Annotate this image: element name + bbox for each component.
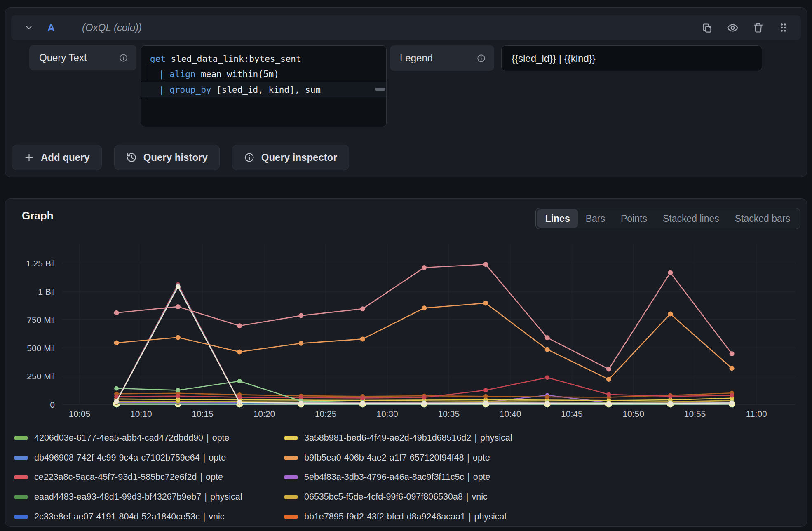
separator: | [464,453,473,463]
chart-point-crimson-bump [483,388,488,392]
chart-point-cream-spike [422,401,427,406]
series-label: ce223a8c-5aca-45f7-93d1-585bc72e6f2d|opt… [34,472,223,482]
separator: | [463,492,472,502]
separator: | [200,453,209,463]
chart-point-crimson-bump [176,394,180,398]
query-history-button[interactable]: Query history [114,145,220,170]
query-text-label: Query Text [29,45,136,70]
series-color-swatch [14,475,28,479]
drag-handle-icon[interactable] [778,22,789,33]
chart-point-light-green-bump [237,379,242,383]
series-label: 4206d03e-6177-4ea5-abb4-cad472dbdd90|opt… [34,433,230,443]
series-color-swatch [14,456,28,460]
copy-icon[interactable] [702,22,713,33]
x-axis-label: 11:00 [746,409,767,418]
chart-legend: 4206d03e-6177-4ea5-abb4-cad472dbdd90|opt… [14,428,512,526]
query-title: (OxQL (colo)) [82,22,142,33]
query-letter: A [47,22,55,34]
chart-point-orange-high [298,341,303,346]
trash-icon[interactable] [753,22,764,33]
info-icon[interactable] [476,54,486,63]
series-color-swatch [284,495,298,499]
legend-template-input[interactable]: {{sled_id}} | {{kind}} [501,45,762,71]
separator: | [201,492,210,502]
chart-point-cream-spike [545,401,550,406]
chart-point-crimson-bump [422,395,427,399]
series-color-swatch [14,495,28,499]
editor-scrollbar-thumb[interactable] [375,88,385,91]
chart-point-rose-high [483,262,488,267]
x-axis-label: 10:35 [438,409,460,418]
chart-series-line-rose-high [117,264,732,369]
chart-point-cream-spike [668,401,673,406]
series-label: 5eb4f83a-3db3-4796-a46a-8ac9f3f11c5c|opt… [304,472,490,482]
x-axis-label: 10:25 [315,409,337,418]
chart-point-orange-high [237,349,242,354]
chart-point-cream-spike [237,400,242,405]
chart-point-crimson-bump [668,394,673,399]
y-axis-label: 250 Mil [27,371,55,381]
x-axis-label: 10:05 [69,409,91,418]
oxql-code-editor[interactable]: get sled_data_link:bytes_sent | align me… [141,45,387,127]
info-icon[interactable] [119,53,128,63]
chart-point-light-green-bump [114,386,119,391]
info-icon [244,152,255,163]
legend-label: Legend [390,45,494,71]
chart-point-orange-high [668,311,673,316]
chart-point-rose-high [360,306,365,311]
legend-item[interactable]: 06535bc5-f5de-4cfd-99f6-097f806530a8|vni… [284,487,512,507]
legend-item[interactable]: ce223a8c-5aca-45f7-93d1-585bc72e6f2d|opt… [14,468,284,487]
x-axis-label: 10:10 [130,409,152,418]
series-color-swatch [284,436,298,440]
series-color-swatch [284,515,298,519]
eye-icon[interactable] [727,22,739,34]
query-header-bar[interactable]: A (OxQL (colo)) [11,15,801,40]
chart-point-crimson-bump [545,375,549,380]
code-line-2[interactable]: | align mean_within(5m) [141,67,386,82]
chart-canvas: 10:0510:1010:1510:2010:2510:3010:3510:40… [5,199,807,428]
chart-point-rose-high [545,335,550,340]
legend-item[interactable]: 3a58b981-bed6-4f49-ae2d-49b1d68516d2|phy… [284,428,512,448]
chart-point-orange-high [606,377,611,382]
separator: | [464,472,473,482]
series-color-swatch [14,436,28,440]
series-color-swatch [284,475,298,479]
legend-item[interactable]: b9fb5ea0-406b-4ae2-a1f7-657120f94f48|opt… [284,448,512,468]
y-axis-label: 750 Mil [27,315,55,324]
y-axis-label: 0 [50,400,55,409]
separator: | [197,472,206,482]
legend-item[interactable]: eaad4483-ea93-48d1-99d3-bf43267b9eb7|phy… [14,487,284,507]
legend-item[interactable]: 5eb4f83a-3db3-4796-a46a-8ac9f3f11c5c|opt… [284,468,512,487]
x-axis-label: 10:45 [561,409,583,418]
collapse-chevron-down-icon[interactable] [24,23,33,32]
legend-item[interactable]: 4206d03e-6177-4ea5-abb4-cad472dbdd90|opt… [14,428,284,448]
chart-point-orange-high [730,366,735,371]
chart-point-cream-spike [176,284,181,289]
chart-point-crimson-bump [606,392,611,397]
separator: | [465,512,474,522]
code-line-1[interactable]: get sled_data_link:bytes_sent [141,52,386,67]
x-axis-label: 10:20 [253,409,275,418]
y-axis-label: 1.25 Bil [26,258,55,268]
legend-item[interactable]: 2c33e8ef-ae07-4191-804d-52a1840ce53c|vni… [14,507,284,526]
legend-item[interactable]: db496908-742f-4c99-9c4a-c7102b759e64|opt… [14,448,284,468]
series-label: bb1e7895-f9d2-43f2-bfcd-d8a9246acaa1|phy… [304,512,506,522]
chart-point-orange-high [360,336,365,341]
plus-icon [24,153,34,163]
series-label: 2c33e8ef-ae07-4191-804d-52a1840ce53c|vni… [34,512,225,522]
series-label: 3a58b981-bed6-4f49-ae2d-49b1d68516d2|phy… [304,433,512,443]
chart-point-cream-spike [606,401,611,406]
series-color-swatch [284,456,298,460]
series-label: b9fb5ea0-406b-4ae2-a1f7-657120f94f48|opt… [304,453,490,463]
legend-item[interactable]: bb1e7895-f9d2-43f2-bfcd-d8a9246acaa1|phy… [284,507,512,526]
separator: | [471,433,480,443]
chart-point-rose-high [298,313,303,318]
history-icon [126,152,137,163]
query-inspector-button[interactable]: Query inspector [232,145,349,170]
chart-point-orange-high [483,301,488,305]
separator: | [203,433,212,443]
chart-point-rose-high [606,367,611,371]
code-line-3-active[interactable]: | group_by [sled_id, kind], sum [141,82,386,97]
add-query-button[interactable]: Add query [12,145,102,170]
chart-point-brown-orange [545,395,549,399]
